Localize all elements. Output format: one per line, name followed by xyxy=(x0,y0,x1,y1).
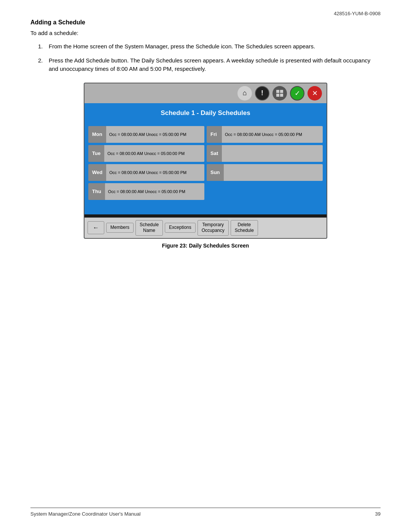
screen-title-bar: Schedule 1 - Daily Schedules xyxy=(84,103,327,123)
schedule-name-button[interactable]: Schedule Name xyxy=(135,220,163,236)
step-2: 2. Press the Add Schedule button. The Da… xyxy=(38,56,381,73)
schedule-row-empty xyxy=(207,183,323,200)
figure-caption: Figure 23: Daily Schedules Screen xyxy=(30,243,381,249)
intro-text: To add a schedule: xyxy=(30,30,381,36)
check-icon[interactable]: ✓ xyxy=(290,86,304,101)
grid-icon[interactable] xyxy=(272,86,287,101)
schedule-name-line2: Name xyxy=(143,228,155,233)
footer: System Manager/Zone Coordinator User's M… xyxy=(30,508,381,517)
exceptions-button[interactable]: Exceptions xyxy=(165,223,196,233)
screen-spacer xyxy=(84,203,327,214)
delete-schedule-line1: Delete xyxy=(237,222,251,227)
members-button[interactable]: Members xyxy=(106,223,134,233)
schedule-row-fri[interactable]: Fri Occ = 08:00:00 AM Unocc = 05:00:00 P… xyxy=(207,126,323,143)
delete-schedule-line2: Schedule xyxy=(235,228,254,233)
svg-rect-1 xyxy=(280,90,283,93)
close-icon[interactable]: ✕ xyxy=(307,86,322,101)
day-content-sat xyxy=(222,145,323,162)
day-content-tue: Occ = 08:00:00 AM Unocc = 05:00:00 PM xyxy=(104,145,204,162)
step-1: 1. From the Home screen of the System Ma… xyxy=(38,42,381,51)
back-button[interactable]: ← xyxy=(88,221,104,234)
schedule-row-sat[interactable]: Sat xyxy=(207,145,323,162)
schedule-row-thu[interactable]: Thu Occ = 08:00:00 AM Unocc = 05:00:00 P… xyxy=(88,183,204,200)
day-label-sat: Sat xyxy=(207,145,222,162)
temporary-occupancy-button[interactable]: Temporary Occupancy xyxy=(198,220,229,236)
day-label-fri: Fri xyxy=(207,126,222,143)
screen-bottom-bar xyxy=(84,214,327,217)
schedule-row-mon[interactable]: Mon Occ = 08:00:00 AM Unocc = 05:00:00 P… xyxy=(88,126,204,143)
screen-title: Schedule 1 - Daily Schedules xyxy=(153,107,258,119)
alert-icon[interactable]: ! xyxy=(255,86,269,101)
section-heading: Adding a Schedule xyxy=(30,19,381,26)
step-2-num: 2. xyxy=(38,56,45,73)
doc-number: 428516-YUM-B-0908 xyxy=(334,11,381,16)
day-label-thu: Thu xyxy=(88,183,105,200)
delete-schedule-button[interactable]: Delete Schedule xyxy=(231,220,258,236)
screen-buttons: ← Members Schedule Name Exceptions Tempo… xyxy=(84,217,327,238)
temporary-occupancy-line2: Occupancy xyxy=(202,228,225,233)
day-content-thu: Occ = 08:00:00 AM Unocc = 05:00:00 PM xyxy=(105,183,204,200)
day-content-sun xyxy=(224,164,323,181)
schedule-row-tue[interactable]: Tue Occ = 08:00:00 AM Unocc = 05:00:00 P… xyxy=(88,145,204,162)
schedule-row-sun[interactable]: Sun xyxy=(207,164,323,181)
temporary-occupancy-line1: Temporary xyxy=(202,222,224,227)
day-label-wed: Wed xyxy=(88,164,106,181)
day-content-wed: Occ = 08:00:00 AM Unocc = 05:00:00 PM xyxy=(106,164,204,181)
home-icon[interactable]: ⌂ xyxy=(237,86,252,101)
footer-right: 39 xyxy=(375,511,381,517)
step-1-num: 1. xyxy=(38,42,45,51)
step-2-text: Press the Add Schedule button. The Daily… xyxy=(49,56,381,73)
svg-rect-3 xyxy=(280,94,283,97)
screen-top-bar: ⌂ ! ✓ ✕ xyxy=(84,83,327,103)
steps-list: 1. From the Home screen of the System Ma… xyxy=(38,42,381,73)
step-1-text: From the Home screen of the System Manag… xyxy=(49,42,381,51)
day-content-mon: Occ = 08:00:00 AM Unocc = 05:00:00 PM xyxy=(106,126,204,143)
schedule-row-wed[interactable]: Wed Occ = 08:00:00 AM Unocc = 05:00:00 P… xyxy=(88,164,204,181)
day-label-sun: Sun xyxy=(207,164,224,181)
svg-rect-2 xyxy=(276,94,279,97)
day-label-tue: Tue xyxy=(88,145,104,162)
screen-top-tab xyxy=(88,86,119,100)
screen-mockup: ⌂ ! ✓ ✕ Schedule 1 - Daily Schedules xyxy=(84,83,327,239)
footer-left: System Manager/Zone Coordinator User's M… xyxy=(30,511,140,517)
schedule-name-line1: Schedule xyxy=(140,222,159,227)
svg-rect-0 xyxy=(276,90,279,93)
schedule-grid: Mon Occ = 08:00:00 AM Unocc = 05:00:00 P… xyxy=(84,123,327,203)
day-content-fri: Occ = 08:00:00 AM Unocc = 05:00:00 PM xyxy=(222,126,323,143)
screen-icons: ⌂ ! ✓ ✕ xyxy=(237,86,322,101)
day-label-mon: Mon xyxy=(88,126,106,143)
page-container: 428516-YUM-B-0908 Adding a Schedule To a… xyxy=(0,0,411,532)
